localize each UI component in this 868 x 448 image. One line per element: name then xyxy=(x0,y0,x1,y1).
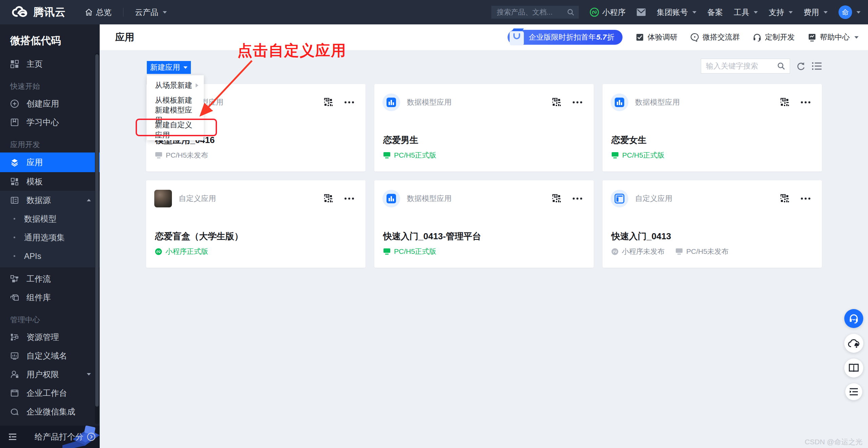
sidebar-item-apis[interactable]: APIs xyxy=(0,247,100,265)
beian-label: 备案 xyxy=(707,7,723,18)
group-chat-label: 微搭交流群 xyxy=(703,32,740,42)
app-title: 快速入门_0413 xyxy=(611,230,671,242)
nav-cloud-products[interactable]: 云产品 xyxy=(135,7,167,18)
sidebar-item-template[interactable]: 模板 xyxy=(0,172,100,191)
sidebar-item-resources[interactable]: 资源管理 xyxy=(0,328,100,346)
sidebar-item-data-model[interactable]: 数据模型 xyxy=(0,209,100,228)
group-chat-link[interactable]: 微搭交流群 xyxy=(690,32,740,42)
menu-item-from-scene[interactable]: 从场景新建 xyxy=(147,78,204,93)
sidebar-item-user-permission[interactable]: 用户权限 xyxy=(0,365,100,384)
app-card[interactable]: 数据模型应用恋爱女生PC/H5正式版 xyxy=(603,84,822,171)
app-icon-avatar xyxy=(611,190,628,207)
sidebar-item-datasource[interactable]: 数据源 xyxy=(0,191,100,209)
promo-banner[interactable]: 企业版限时折扣首年 5.7 折 xyxy=(508,30,623,45)
mail-button[interactable] xyxy=(636,8,646,16)
section-label-admin: 管理中心 xyxy=(0,307,100,328)
qr-preview-icon[interactable] xyxy=(324,98,333,107)
nav-beian[interactable]: 备案 xyxy=(707,7,723,18)
custom-dev-label: 定制开发 xyxy=(765,32,795,42)
status-label: 小程序未发布 xyxy=(622,247,665,256)
survey-link[interactable]: 体验调研 xyxy=(635,32,677,42)
app-card[interactable]: 自定义应用恋爱盲盒（大学生版）小程序正式版 xyxy=(146,180,366,268)
app-card[interactable]: 数据模型应用快速入门_0413-管理平台PC/H5正式版 xyxy=(374,180,594,268)
sidebar-item-components[interactable]: 组件库 xyxy=(0,288,100,307)
rate-product-button[interactable]: 给产品打个分 xyxy=(35,431,96,442)
sidebar-item-workflow[interactable]: 工作流 xyxy=(0,269,100,288)
more-actions-button[interactable] xyxy=(344,198,354,200)
qr-preview-icon[interactable] xyxy=(324,194,333,203)
publish-status: PC/H5未发布 xyxy=(675,247,729,256)
app-type-label: 数据模型应用 xyxy=(407,194,452,204)
home-icon xyxy=(85,8,93,16)
qr-preview-icon[interactable] xyxy=(781,98,789,107)
sidebar-item-label: 学习中心 xyxy=(26,117,59,128)
more-actions-button[interactable] xyxy=(573,101,582,103)
more-actions-button[interactable] xyxy=(801,101,810,103)
chevron-down-icon xyxy=(692,11,696,14)
sidebar-item-custom-domain[interactable]: 自定义域名 xyxy=(0,346,100,365)
scrollbar-thumb[interactable] xyxy=(95,54,99,407)
more-actions-button[interactable] xyxy=(801,198,810,200)
submenu-arrow-icon xyxy=(196,83,198,87)
sidebar-item-label: 应用 xyxy=(26,157,43,168)
sidebar-scrollbar[interactable] xyxy=(95,53,99,424)
nav-support[interactable]: 支持 xyxy=(769,7,793,18)
workflow-icon xyxy=(10,274,19,283)
new-app-button[interactable]: 新建应用 xyxy=(147,61,191,74)
sidebar-item-label: 数据模型 xyxy=(24,213,57,224)
search-icon[interactable] xyxy=(567,8,575,16)
survey-label: 体验调研 xyxy=(648,32,677,42)
topbar-search[interactable] xyxy=(491,6,579,19)
menu-item-new-custom-app[interactable]: 新建自定义应用 xyxy=(147,123,204,138)
sidebar-item-wecom[interactable]: 企业微信集成 xyxy=(0,402,100,421)
more-actions-button[interactable] xyxy=(573,198,582,200)
chat-bubble-icon xyxy=(690,33,699,42)
notification-button[interactable] xyxy=(844,334,863,353)
section-label-quickstart: 快速开始 xyxy=(0,73,100,94)
logo-text: 腾讯云 xyxy=(33,5,66,19)
help-center-link[interactable]: 帮助中心 xyxy=(808,32,859,42)
nav-overview[interactable]: 总览 xyxy=(85,7,112,18)
group-account-label: 集团账号 xyxy=(657,7,688,18)
feedback-button[interactable] xyxy=(845,383,862,400)
app-title: 快速入门_0413-管理平台 xyxy=(383,230,481,242)
search-icon[interactable] xyxy=(777,62,786,70)
more-actions-button[interactable] xyxy=(344,101,354,103)
qr-preview-icon[interactable] xyxy=(552,194,561,203)
nav-group-account[interactable]: 集团账号 xyxy=(657,7,696,18)
sidebar-item-learning-center[interactable]: 学习中心 xyxy=(0,113,100,131)
docs-button[interactable] xyxy=(844,359,863,378)
sidebar-item-option-set[interactable]: 通用选项集 xyxy=(0,228,100,247)
qr-preview-icon[interactable] xyxy=(781,194,789,203)
custom-dev-link[interactable]: 定制开发 xyxy=(753,32,795,42)
sidebar-item-app[interactable]: 应用 xyxy=(0,152,100,172)
sidebar-item-workbench[interactable]: 企业工作台 xyxy=(0,384,100,402)
nav-miniprogram[interactable]: 小程序 xyxy=(590,7,626,18)
collapse-icon[interactable] xyxy=(8,433,17,441)
rate-label: 给产品打个分 xyxy=(35,431,83,442)
account-avatar[interactable]: 命 xyxy=(839,5,861,19)
section-label-appdev: 应用开发 xyxy=(0,131,100,152)
qr-preview-icon[interactable] xyxy=(552,98,561,107)
keyword-search-input[interactable] xyxy=(706,62,777,70)
nav-tools[interactable]: 工具 xyxy=(734,7,758,18)
app-type-label: 自定义应用 xyxy=(179,194,216,204)
tencent-cloud-logo-icon[interactable]: 腾讯云 xyxy=(12,5,66,19)
promo-suffix: 折 xyxy=(607,32,614,42)
support-chat-button[interactable] xyxy=(844,309,863,328)
app-card[interactable]: 数据模型应用恋爱男生PC/H5正式版 xyxy=(374,84,594,171)
sidebar-item-home[interactable]: 主页 xyxy=(0,55,100,73)
billing-label: 费用 xyxy=(804,7,819,18)
keyword-search[interactable] xyxy=(701,59,790,74)
refresh-icon[interactable] xyxy=(796,61,806,71)
nav-billing[interactable]: 费用 xyxy=(804,7,828,18)
topbar-search-input[interactable] xyxy=(497,8,567,16)
component-library-icon xyxy=(10,293,19,302)
app-card[interactable]: 自定义应用快速入门_0413小程序未发布PC/H5未发布 xyxy=(603,180,822,268)
sidebar-item-create-app[interactable]: 创建应用 xyxy=(0,94,100,113)
list-view-icon[interactable] xyxy=(812,62,822,70)
new-app-dropdown-menu: 从场景新建 从模板新建 新建模型应用 新建自定义应用 xyxy=(147,75,204,140)
publish-status: 小程序未发布 xyxy=(611,247,665,256)
sidebar-item-label: APIs xyxy=(24,251,41,261)
miniprogram-icon xyxy=(590,7,599,17)
